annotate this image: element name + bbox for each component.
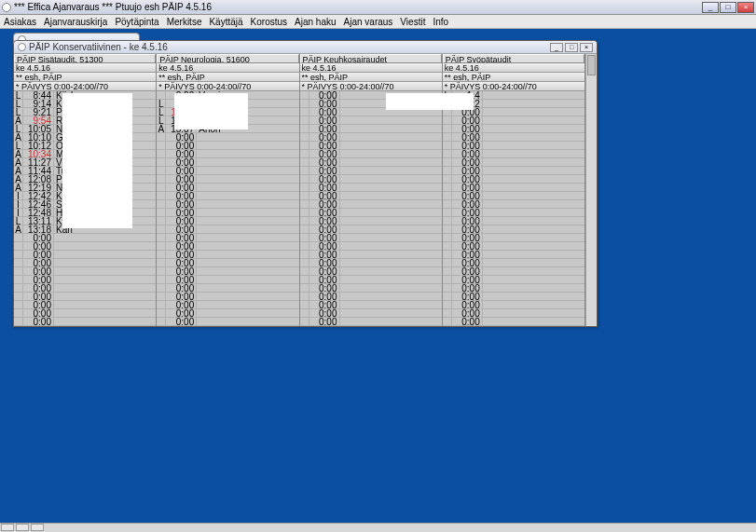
appointment-list[interactable]: L1:4L3:20:000:000:000:000:000:000:000:00…	[443, 91, 584, 326]
menu-item[interactable]: Ajan varaus	[344, 17, 393, 27]
empty-slot[interactable]: 0:00	[157, 242, 298, 251]
empty-slot[interactable]: 0:00	[14, 259, 156, 267]
menu-item[interactable]: Korostus	[251, 17, 287, 27]
schedule-titlebar[interactable]: PÄIP Konservatiivinen - ke 4.5.16 _ □ ×	[14, 41, 597, 54]
empty-slot[interactable]: 0:00	[443, 167, 584, 175]
maximize-button[interactable]: □	[720, 2, 736, 13]
empty-slot[interactable]: 0:00	[443, 284, 584, 293]
empty-slot[interactable]: 0:00	[157, 192, 298, 200]
empty-slot[interactable]: 0:00	[443, 267, 584, 276]
empty-slot[interactable]: 0:00	[443, 309, 584, 318]
empty-slot[interactable]: 0:00	[443, 225, 584, 234]
empty-slot[interactable]: 0:00	[157, 309, 298, 318]
menu-item[interactable]: Merkitse	[167, 17, 202, 27]
empty-slot[interactable]: 0:00	[300, 150, 442, 158]
empty-slot[interactable]: 0:00	[14, 309, 156, 318]
empty-slot[interactable]: 0:00	[443, 259, 584, 267]
empty-slot[interactable]: 0:00	[443, 293, 584, 301]
empty-slot[interactable]: 0:00	[443, 192, 584, 200]
empty-slot[interactable]: 0:00	[443, 116, 584, 125]
empty-slot[interactable]: 0:00	[443, 318, 584, 326]
empty-slot[interactable]: 0:00	[300, 200, 442, 209]
close-button[interactable]: ×	[737, 2, 754, 13]
empty-slot[interactable]: 0:00	[14, 234, 156, 242]
empty-slot[interactable]: 0:00	[443, 200, 584, 209]
appointment-list[interactable]: 0:000:000:000:000:000:000:000:000:000:00…	[300, 91, 442, 326]
menu-item[interactable]: Ajan haku	[295, 17, 336, 27]
empty-slot[interactable]: 0:00	[157, 217, 298, 225]
empty-slot[interactable]: 0:00	[300, 318, 442, 326]
empty-slot[interactable]: 0:00	[300, 184, 442, 192]
empty-slot[interactable]: 0:00	[443, 150, 584, 158]
empty-slot[interactable]: 0:00	[157, 200, 298, 209]
empty-slot[interactable]: 0:00	[14, 242, 156, 251]
empty-slot[interactable]: 0:00	[157, 167, 298, 175]
empty-slot[interactable]: 0:00	[300, 133, 442, 142]
empty-slot[interactable]: 0:00	[157, 133, 298, 142]
menu-item[interactable]: Viestit	[400, 17, 425, 27]
menu-item[interactable]: Ajanvarauskirja	[44, 17, 107, 27]
empty-slot[interactable]: 0:00	[157, 175, 298, 184]
empty-slot[interactable]: 0:00	[443, 175, 584, 184]
empty-slot[interactable]: 0:00	[300, 142, 442, 150]
empty-slot[interactable]: 0:00	[300, 242, 442, 251]
column-title[interactable]: PÄIP Sisätaudit, 51300	[14, 54, 156, 63]
empty-slot[interactable]: 0:00	[300, 301, 442, 309]
empty-slot[interactable]: 0:00	[443, 209, 584, 217]
empty-slot[interactable]: 0:00	[157, 209, 298, 217]
empty-slot[interactable]: 0:00	[300, 251, 442, 259]
empty-slot[interactable]: 0:00	[157, 234, 298, 242]
empty-slot[interactable]: 0:00	[300, 234, 442, 242]
empty-slot[interactable]: 0:00	[14, 301, 156, 309]
empty-slot[interactable]: 0:00	[14, 276, 156, 284]
empty-slot[interactable]: 0:00	[300, 175, 442, 184]
empty-slot[interactable]: 0:00	[300, 116, 442, 125]
empty-slot[interactable]: 0:00	[157, 259, 298, 267]
empty-slot[interactable]: 0:00	[14, 251, 156, 259]
empty-slot[interactable]: 0:00	[443, 142, 584, 150]
empty-slot[interactable]: 0:00	[157, 142, 298, 150]
empty-slot[interactable]: 0:00	[157, 150, 298, 158]
empty-slot[interactable]: 0:00	[443, 217, 584, 225]
empty-slot[interactable]: 0:00	[14, 318, 156, 326]
empty-slot[interactable]: 0:00	[300, 276, 442, 284]
empty-slot[interactable]: 0:00	[300, 167, 442, 175]
vertical-scrollbar[interactable]	[585, 54, 597, 326]
empty-slot[interactable]: 0:00	[157, 184, 298, 192]
empty-slot[interactable]: 0:00	[300, 284, 442, 293]
empty-slot[interactable]: 0:00	[443, 242, 584, 251]
menu-item[interactable]: Asiakas	[4, 17, 36, 27]
empty-slot[interactable]: 0:00	[14, 284, 156, 293]
empty-slot[interactable]: 0:00	[443, 133, 584, 142]
empty-slot[interactable]: 0:00	[443, 276, 584, 284]
menu-item[interactable]: Käyttäjä	[209, 17, 242, 27]
empty-slot[interactable]: 0:00	[443, 158, 584, 167]
empty-slot[interactable]: 0:00	[157, 251, 298, 259]
empty-slot[interactable]: 0:00	[300, 259, 442, 267]
empty-slot[interactable]: 0:00	[443, 184, 584, 192]
empty-slot[interactable]: 0:00	[14, 267, 156, 276]
empty-slot[interactable]: 0:00	[157, 318, 298, 326]
empty-slot[interactable]: 0:00	[157, 158, 298, 167]
empty-slot[interactable]: 0:00	[300, 267, 442, 276]
empty-slot[interactable]: 0:00	[300, 209, 442, 217]
empty-slot[interactable]: 0:00	[157, 284, 298, 293]
empty-slot[interactable]: 0:00	[300, 217, 442, 225]
empty-slot[interactable]: 0:00	[300, 158, 442, 167]
minimize-button[interactable]: _	[550, 43, 563, 52]
column-title[interactable]: PÄIP Neurologia, 51600	[157, 54, 298, 63]
column-title[interactable]: PÄIP Syöpätaudit	[443, 54, 584, 63]
empty-slot[interactable]: 0:00	[443, 234, 584, 242]
close-button[interactable]: ×	[580, 43, 593, 52]
column-title[interactable]: PÄIP Keuhkosairaudet	[300, 54, 442, 63]
menu-item[interactable]: Pöytäpinta	[115, 17, 158, 27]
empty-slot[interactable]: 0:00	[157, 225, 298, 234]
empty-slot[interactable]: 0:00	[300, 309, 442, 318]
empty-slot[interactable]: 0:00	[300, 125, 442, 133]
empty-slot[interactable]: 0:00	[443, 125, 584, 133]
empty-slot[interactable]: 0:00	[157, 267, 298, 276]
menu-item[interactable]: Info	[433, 17, 448, 27]
empty-slot[interactable]: 0:00	[157, 276, 298, 284]
empty-slot[interactable]: 0:00	[300, 225, 442, 234]
empty-slot[interactable]: 0:00	[14, 293, 156, 301]
